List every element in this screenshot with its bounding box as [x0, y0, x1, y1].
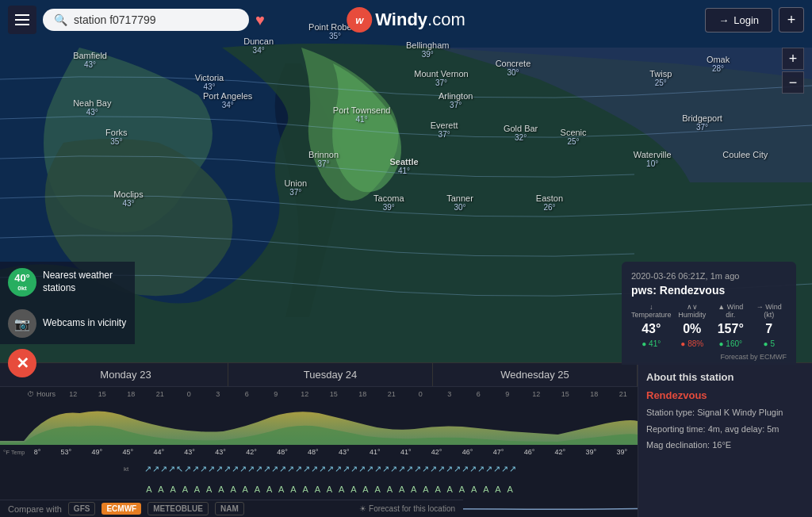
webcam-icon: 📷 — [8, 309, 36, 338]
map-area[interactable]: Point Roberts 35° Bellingham 39° Duncan … — [0, 0, 812, 365]
search-input[interactable] — [74, 13, 232, 26]
map-label-mount-vernon: Mount Vernon 37° — [414, 69, 469, 87]
close-button[interactable]: ✕ — [8, 349, 36, 377]
hour-12-4: 12 — [522, 390, 551, 398]
left-panel: 40° 0kt Nearest weather stations 📷 Webca… — [0, 262, 135, 344]
login-icon: → — [718, 14, 729, 26]
chart-area: Monday 23 Tuesday 24 Wednesday 25 ⏱ Hour… — [0, 363, 638, 517]
hour-21-2: 21 — [377, 390, 407, 398]
temperature-chart — [0, 401, 638, 445]
search-icon: 🔍 — [54, 13, 67, 26]
tooltip-humidity-value: 0% — [675, 322, 710, 336]
map-label-union: Union 37° — [284, 178, 307, 197]
map-label-scenic: Scenic 25° — [561, 128, 587, 146]
map-label-bellingham: Bellingham 39° — [406, 40, 449, 59]
hour-21-4: 21 — [609, 390, 638, 398]
day-tuesday: Tuesday 24 — [228, 363, 433, 386]
forecast-link[interactable]: ☀ Forecast for this location — [359, 504, 455, 513]
tooltip-temp-value: 43° — [631, 322, 672, 336]
hour-18-2: 18 — [348, 390, 377, 398]
hour-9-1: 9 — [262, 390, 291, 398]
wind-arrows-top: ↗↗↗↗↖↗↗↗↗↗↗↗↗↗↗↗↗↗↗↗↗↗↗↗↗↗↗↗↗↗↗↗↗↗↗↗↗↗↗↗… — [144, 464, 517, 474]
hour-9-3: 9 — [493, 390, 523, 398]
map-label-coulee-city: Coulee City — [722, 150, 768, 159]
map-label-twisp: Twisp 25° — [649, 69, 672, 87]
hour-15-4: 15 — [551, 390, 580, 398]
map-label-easton: Easton 26° — [536, 193, 563, 212]
station-type-row: Station type: Signal K Windy Plugin — [646, 406, 804, 419]
bottom-panel: Monday 23 Tuesday 24 Wednesday 25 ⏱ Hour… — [0, 362, 812, 517]
zoom-in-button[interactable]: + — [782, 48, 804, 70]
map-label-waterville: Waterville 10° — [634, 150, 672, 168]
hour-6-1: 6 — [232, 390, 262, 398]
wind-row: kt ↗↗↗↗↖↗↗↗↗↗↗↗↗↗↗↗↗↗↗↗↗↗↗↗↗↗↗↗↗↗↗↗↗↗↗↗↗… — [0, 459, 638, 499]
tooltip-wind-sub: ● 5 — [752, 339, 787, 348]
wind-arrows-bottom: A A A A A A A A A A A A A A A A A A A A … — [146, 484, 515, 494]
temp-values-row: °F Temp 8°53°49°45°44°43°43°42°48°48°43°… — [0, 445, 638, 459]
map-label-gold-bar: Gold Bar 32° — [504, 124, 538, 142]
tooltip-wind-value: 7 — [752, 322, 787, 336]
compare-ecmwf-button[interactable]: ECMWF — [102, 503, 141, 515]
map-label-tanner: Tanner 30° — [446, 193, 473, 212]
clock-icon: ⏱ — [27, 390, 34, 398]
tooltip-forecast-note: Forecast by ECMWF — [631, 353, 787, 361]
wind-arrows-bottom-row: A A A A A A A A A A A A A A A A A A A A … — [122, 479, 515, 499]
heart-button[interactable]: ♥ — [255, 11, 265, 29]
map-label-arlington: Arlington 37° — [439, 91, 473, 109]
map-label-concrete: Concrete 30° — [496, 59, 531, 77]
zoom-controls: + − — [782, 48, 804, 94]
tooltip-header-humidity: ∧∨ Humidity — [675, 303, 710, 319]
tooltip-temp-sub: ● 41° — [631, 339, 672, 348]
compare-gfs-button[interactable]: GFS — [68, 502, 96, 515]
hours-label: ⏱ Hours — [24, 390, 59, 398]
info-panel: About this station Rendezvous Station ty… — [638, 363, 812, 517]
windy-logo-icon: w — [347, 7, 372, 33]
map-label-everett: Everett 37° — [431, 121, 458, 139]
weather-stations-item[interactable]: 40° 0kt Nearest weather stations — [0, 262, 135, 303]
hour-0-3: 0 — [406, 390, 435, 398]
hour-15: 15 — [88, 390, 117, 398]
zoom-out-button[interactable]: − — [782, 71, 804, 94]
map-label-bridgeport: Bridgeport 37° — [682, 113, 722, 132]
map-label-moclips: Moclips 43° — [113, 190, 143, 208]
menu-line-2 — [15, 19, 29, 21]
hour-18-4: 18 — [580, 390, 609, 398]
hour-12: 12 — [59, 390, 88, 398]
tooltip-header-winddir: ▲ Wind dir. — [713, 303, 748, 319]
forecast-icon: ☀ — [359, 504, 366, 513]
compare-label: Compare with — [8, 504, 62, 514]
map-label-bamfield: Bamfield 43° — [73, 51, 107, 69]
compare-bar: Compare with GFS ECMWF METEOBLUE NAM ☀ F… — [0, 500, 463, 517]
tooltip-time: 2020-03-26 06:21Z, 1m ago — [631, 271, 787, 281]
search-bar[interactable]: 🔍 — [43, 9, 249, 31]
header: 🔍 ♥ w Windy.com → Login + — [0, 0, 812, 40]
hour-18: 18 — [117, 390, 146, 398]
menu-button[interactable] — [8, 6, 36, 34]
tooltip-winddir-sub: ● 160° — [713, 339, 748, 348]
station-name-link[interactable]: Rendezvous — [646, 389, 804, 401]
weather-station-icon: 40° 0kt — [8, 268, 36, 297]
expand-button[interactable]: + — [779, 7, 804, 33]
temp-label: °F Temp — [0, 449, 24, 456]
weather-tooltip: 2020-03-26 06:21Z, 1m ago pws: Rendezvou… — [622, 262, 796, 365]
day-wednesday: Wednesday 25 — [433, 363, 638, 386]
map-label-port-townsend: Port Townsend 41° — [333, 105, 391, 124]
compare-meteoblue-button[interactable]: METEOBLUE — [147, 502, 209, 515]
tooltip-header-wind: → Wind (kt) — [752, 303, 787, 319]
weather-stations-label: Nearest weather stations — [43, 270, 127, 294]
tooltip-winddir-value: 157° — [713, 322, 748, 336]
login-button[interactable]: → Login — [705, 8, 772, 33]
logo-area: w Windy.com — [347, 7, 465, 33]
webcams-item[interactable]: 📷 Webcams in vicinity — [0, 303, 135, 344]
hour-12-2: 12 — [290, 390, 320, 398]
tooltip-data-grid: ↓ Temperature ∧∨ Humidity ▲ Wind dir. → … — [631, 303, 787, 348]
tooltip-header-temp: ↓ Temperature — [631, 303, 672, 319]
hour-3-3: 3 — [435, 390, 465, 398]
map-label-neah-bay: Neah Bay 43° — [73, 98, 111, 117]
hour-6-3: 6 — [464, 390, 493, 398]
hour-15-2: 15 — [320, 390, 349, 398]
compare-nam-button[interactable]: NAM — [215, 502, 244, 515]
logo-text: Windy.com — [375, 10, 465, 30]
info-panel-title: About this station — [646, 371, 804, 383]
hour-21: 21 — [146, 390, 175, 398]
